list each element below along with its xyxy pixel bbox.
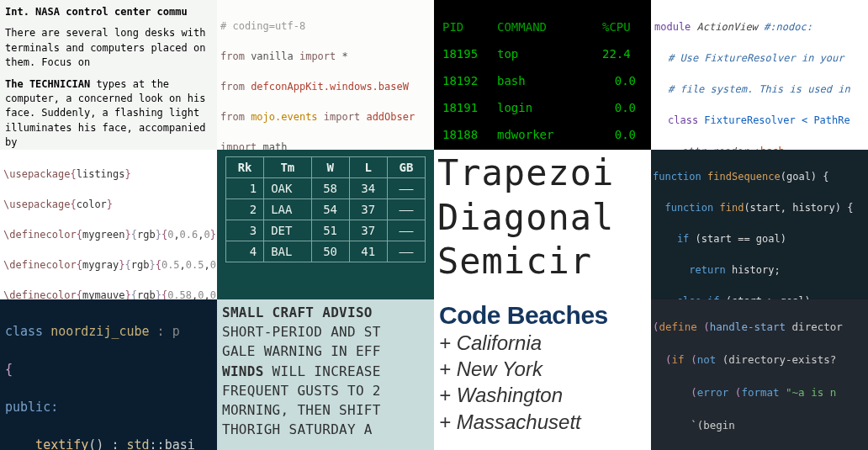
scene-heading: Int. NASA control center commu [5, 5, 212, 19]
screenplay-tile: Int. NASA control center commu There are… [0, 0, 217, 150]
latex-code-tile: \usepackage{listings} \usepackage{color}… [0, 150, 217, 299]
table-row: 3DET5137–– [226, 220, 426, 241]
advisory-line: SHORT-PERIOD AND ST [222, 322, 429, 341]
table-row: 18195top22.4 [442, 47, 643, 61]
advisory-line: WINDS WILL INCREASE [222, 362, 429, 381]
cpp-code-tile: class noordzij_cube : p { public: textif… [0, 299, 217, 450]
specimen-word: Diagonal [437, 196, 648, 241]
standings-table-tile: RkTmWLGB 1OAK5834–– 2LAA5437–– 3DET5137–… [217, 150, 434, 299]
table-row: 18191login0.0 [442, 101, 643, 114]
type-specimen-tile: Trapezoi Diagonal Semicir [434, 150, 651, 299]
table-row: 18192bash0.0 [442, 74, 643, 87]
scene-paragraph: There are several long desks with termin… [5, 26, 212, 70]
table-row: 4BAL5041–– [226, 241, 426, 262]
process-list-tile: PIDCOMMAND%CPU 18195top22.4 18192bash0.0… [434, 0, 651, 150]
table-header: PIDCOMMAND%CPU [442, 20, 643, 34]
standings-table: RkTmWLGB 1OAK5834–– 2LAA5437–– 3DET5137–… [225, 156, 426, 262]
list-item: + New York [439, 356, 646, 382]
advisory-line: FREQUENT GUSTS TO 2 [222, 381, 429, 400]
advisory-line: MORNING, THEN SHIFT [222, 400, 429, 420]
specimen-word: Trapezoi [437, 151, 648, 196]
python-code-tile: # coding=utf-8 from vanilla import * fro… [217, 0, 434, 150]
lisp-code-tile: (define (handle-start director (if (not … [651, 299, 868, 450]
specimen-word: Semicir [437, 240, 648, 284]
table-header: RkTmWLGB [226, 157, 426, 178]
javascript-code-tile: function findSequence(goal) { function f… [651, 150, 868, 299]
table-row: 1OAK5834–– [226, 178, 426, 199]
advisory-line: THORIGH SATURDAY A [222, 420, 429, 439]
advisory-line: GALE WARNING IN EFF [222, 341, 429, 361]
headline-title: Code Beaches [439, 301, 646, 330]
headline-tile: Code Beaches + California + New York + W… [434, 299, 651, 450]
table-row: 2LAA5437–– [226, 199, 426, 220]
list-item: + Washington [439, 382, 646, 408]
list-item: + California [439, 330, 646, 356]
advisory-line: SMALL CRAFT ADVISO [222, 303, 429, 322]
ruby-code-tile: module ActionView #:nodoc: # Use Fixture… [651, 0, 868, 150]
table-row: 18188mdworker0.0 [442, 128, 643, 141]
list-item: + Massachusett [439, 409, 646, 435]
weather-text-tile: SMALL CRAFT ADVISO SHORT-PERIOD AND ST G… [217, 299, 434, 450]
scene-paragraph: The TECHNICIAN types at the computer, a … [5, 77, 212, 150]
